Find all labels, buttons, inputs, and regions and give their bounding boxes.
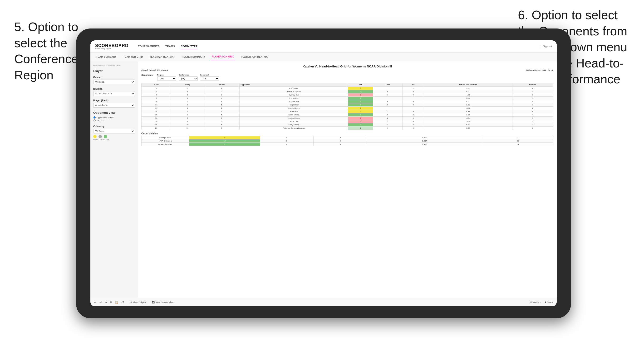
h2h-table: # Div # Reg # Conf Opponent Win Loss Tie… bbox=[141, 83, 553, 130]
sidebar-timestamp: Last Updated: 27/03/2024 14:34 bbox=[93, 64, 135, 66]
cell-diff: -3.00 bbox=[424, 107, 512, 110]
table-row: 18 2 2 Euna Lee 0 2 0 -5.00 2 bbox=[142, 120, 553, 123]
table-row: 3 3 1 Esther Lee 1 1 1.50 4 bbox=[142, 87, 553, 90]
cell-div: 9 bbox=[142, 97, 171, 100]
ood-rounds: 2 bbox=[482, 136, 553, 139]
table-row: 9 1 4 Sharon Mun 1 3.67 3 bbox=[142, 97, 553, 100]
cell-rounds: 4 bbox=[512, 100, 553, 103]
cell-diff: -0.94 bbox=[424, 117, 512, 120]
view-original-btn[interactable]: 👁 View: Original bbox=[130, 301, 146, 304]
nav-tournaments[interactable]: TOURNAMENTS bbox=[138, 44, 160, 49]
cell-reg: 2 bbox=[171, 90, 204, 93]
logo-subtext: Powered by clippd bbox=[95, 48, 128, 50]
col-div: # Div bbox=[142, 83, 171, 87]
radio-top100[interactable]: Top 100 bbox=[93, 119, 135, 122]
cell-opponent: Alexis Sudjianto bbox=[240, 90, 348, 93]
cell-opponent: Jessica Huang bbox=[240, 107, 348, 110]
table-row: 6 3 3 Sydney Kuo 0 1 0 -1.00 3 bbox=[142, 93, 553, 97]
cell-opponent: Eunice Yi bbox=[240, 110, 348, 113]
filter-region: Region (All) bbox=[157, 74, 176, 81]
logo-text: SCOREBOARD bbox=[95, 43, 128, 48]
cell-tie: 0 bbox=[402, 90, 424, 93]
cell-tie: 0 bbox=[402, 123, 424, 127]
cell-reg: 10 bbox=[171, 123, 204, 127]
filter-row: Opponents: Region (All) Conference (All) bbox=[141, 74, 553, 81]
cell-rounds: 9 bbox=[512, 110, 553, 113]
cell-tie: 0 bbox=[402, 127, 424, 130]
player-rank-select[interactable]: 8. Katelyn Vo bbox=[93, 103, 135, 108]
radio-opponents-played[interactable]: Opponents Played bbox=[93, 116, 135, 119]
save-custom-btn[interactable]: 💾 Save Custom View bbox=[152, 301, 174, 304]
cell-diff: 1.50 bbox=[424, 87, 512, 90]
clock-icon[interactable]: ⏱ bbox=[121, 301, 124, 304]
ood-loss: 0 bbox=[260, 136, 313, 139]
cell-diff: 4.00 bbox=[424, 100, 512, 103]
tablet-device: SCOREBOARD Powered by clippd TOURNAMENTS… bbox=[76, 28, 571, 318]
out-of-division-title: Out of division bbox=[141, 132, 553, 135]
cell-reg: 2 bbox=[171, 120, 204, 123]
out-of-division-row: NCAA Division 2 5 0 0 7.400 10 bbox=[142, 143, 553, 146]
cell-rounds: 4 bbox=[512, 113, 553, 117]
cell-win: 1 bbox=[348, 113, 373, 117]
opponent-select[interactable]: (All) bbox=[200, 76, 219, 81]
app-logo: SCOREBOARD Powered by clippd bbox=[95, 43, 128, 50]
cell-tie bbox=[402, 107, 424, 110]
undo-icon[interactable]: ↩ bbox=[94, 301, 96, 304]
sidebar-player-section: Player bbox=[93, 69, 135, 73]
nav-committee[interactable]: COMMITTEE bbox=[181, 44, 198, 49]
cell-diff: -1.00 bbox=[424, 93, 512, 97]
gender-select[interactable]: Women's bbox=[93, 80, 135, 84]
content-area: Katelyn Vo Head-to-Head Grid for Women's… bbox=[138, 61, 557, 298]
radio-opponents-played-label: Opponents Played bbox=[96, 116, 114, 119]
conference-select[interactable]: (All) bbox=[179, 76, 198, 81]
sub-navigation: TEAM SUMMARY TEAM H2H GRID TEAM H2H HEAT… bbox=[90, 53, 557, 61]
sub-nav-player-summary[interactable]: PLAYER SUMMARY bbox=[181, 54, 206, 60]
copy-icon[interactable]: ⧉ bbox=[110, 301, 112, 304]
records-row: Overall Record: 353 - 34 - 6 Division Re… bbox=[141, 69, 553, 71]
cell-diff: 3.67 bbox=[424, 97, 512, 100]
sub-nav-team-summary[interactable]: TEAM SUMMARY bbox=[95, 54, 118, 60]
paste-icon[interactable]: 📋 bbox=[115, 301, 118, 304]
cell-tie: 0 bbox=[402, 117, 424, 120]
out-of-division-section: Out of division Foreign Team 1 0 0 4.500… bbox=[141, 132, 553, 146]
redo-icon[interactable]: ↪ bbox=[105, 301, 107, 304]
filter-opponent: Opponent (All) bbox=[200, 74, 219, 81]
cell-loss bbox=[373, 97, 402, 100]
cell-rounds: 11 bbox=[512, 123, 553, 127]
out-of-division-row: NAIA Division 1 15 0 0 9.267 30 bbox=[142, 139, 553, 143]
app-header: SCOREBOARD Powered by clippd TOURNAMENTS… bbox=[90, 40, 557, 53]
table-row: 20 11 7 Federica Domecq Lacroze 2 1 0 1.… bbox=[142, 127, 553, 130]
cell-diff: 0.38 bbox=[424, 110, 512, 113]
cell-loss: 2 bbox=[373, 120, 402, 123]
cell-opponent: Esther Lee bbox=[240, 87, 348, 90]
undo2-icon[interactable]: ↩ bbox=[100, 301, 102, 304]
watch-icon: 👁 bbox=[530, 301, 532, 304]
colour-label-level: Level bbox=[100, 139, 104, 141]
division-select[interactable]: NCAA Division III bbox=[93, 91, 135, 96]
sub-nav-team-h2h-heatmap[interactable]: TEAM H2H HEATMAP bbox=[149, 54, 176, 60]
sub-nav-player-h2h-heatmap[interactable]: PLAYER H2H HEATMAP bbox=[240, 54, 270, 60]
ood-diff: 9.267 bbox=[367, 139, 482, 143]
col-loss: Loss bbox=[373, 83, 402, 87]
sub-nav-player-h2h-grid[interactable]: PLAYER H2H GRID bbox=[211, 53, 235, 60]
sub-nav-team-h2h-grid[interactable]: TEAM H2H GRID bbox=[122, 54, 144, 60]
sidebar-gender-section: Gender Women's bbox=[93, 76, 135, 84]
cell-reg: 1 bbox=[171, 97, 204, 100]
cell-rounds: 2 bbox=[512, 120, 553, 123]
cell-conf: 3 bbox=[204, 100, 240, 103]
region-select[interactable]: (All) bbox=[157, 76, 176, 81]
sign-out-link[interactable]: Sign out bbox=[543, 45, 552, 48]
colour-select[interactable]: Win/loss bbox=[93, 129, 135, 134]
share-btn[interactable]: ⬆ Share bbox=[544, 301, 553, 304]
sidebar-gender-label: Gender bbox=[93, 76, 135, 79]
cell-div: 18 bbox=[142, 120, 171, 123]
ood-tie: 0 bbox=[314, 139, 367, 143]
cell-reg: 7 bbox=[171, 110, 204, 113]
watch-btn[interactable]: 👁 Watch ▾ bbox=[530, 301, 541, 304]
cell-diff: 4.00 bbox=[424, 90, 512, 93]
nav-teams[interactable]: TEAMS bbox=[165, 44, 175, 49]
bottom-toolbar: ↩ ↩ ↪ ⧉ 📋 ⏱ 👁 View: Original 💾 Save Cust… bbox=[90, 298, 557, 306]
colour-up bbox=[104, 135, 107, 138]
col-rounds: Rounds bbox=[512, 83, 553, 87]
cell-reg: 6 bbox=[171, 100, 204, 103]
